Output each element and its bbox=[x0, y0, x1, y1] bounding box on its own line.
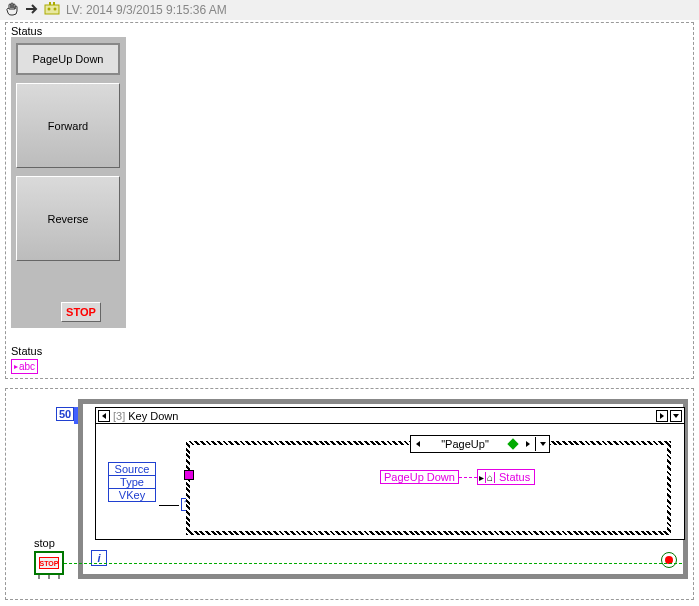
inner-case-dropdown-icon[interactable] bbox=[535, 437, 549, 451]
inner-case-next-icon[interactable] bbox=[521, 437, 535, 451]
string-indicator-icon[interactable]: ▸abc bbox=[11, 359, 38, 374]
case-prev-icon[interactable] bbox=[98, 410, 110, 422]
stop-node-icon: STOP bbox=[34, 551, 64, 575]
case-name: Key Down bbox=[128, 410, 656, 422]
svg-point-1 bbox=[48, 8, 51, 11]
default-case-icon bbox=[507, 438, 518, 449]
case-index: [3] bbox=[113, 410, 125, 422]
arrow-right-icon[interactable] bbox=[24, 1, 40, 19]
pageup-down-button[interactable]: PageUp Down bbox=[16, 43, 120, 75]
case-structure: "PageUp" PageUp Down ▸ ⌂ Status bbox=[186, 441, 671, 535]
toolbar: LV: 2014 9/3/2015 9:15:36 AM bbox=[0, 0, 699, 20]
boolean-wire bbox=[64, 563, 682, 564]
string-constant[interactable]: PageUp Down bbox=[380, 470, 459, 484]
string-write-group: PageUp Down ▸ ⌂ Status bbox=[380, 469, 535, 485]
write-arrow-icon: ▸ bbox=[478, 472, 486, 483]
svg-rect-4 bbox=[53, 2, 55, 5]
case-next-icon[interactable] bbox=[656, 410, 668, 422]
inner-case-name: "PageUp" bbox=[425, 438, 505, 450]
status-indicator-container: PageUp Down Forward Reverse STOP bbox=[11, 37, 126, 328]
local-var-name: Status bbox=[495, 471, 534, 483]
svg-point-2 bbox=[54, 8, 57, 11]
status-label: Status bbox=[11, 25, 131, 37]
svg-rect-3 bbox=[49, 2, 51, 5]
case-selector[interactable]: "PageUp" bbox=[410, 435, 550, 453]
front-panel: Status PageUp Down Forward Reverse STOP … bbox=[5, 22, 694, 379]
house-icon: ⌂ bbox=[486, 472, 495, 483]
while-loop: [3] Key Down Source Type VKey ? "PageUp" bbox=[78, 399, 688, 579]
status-string-label: Status bbox=[11, 345, 42, 357]
loop-stop-terminal[interactable] bbox=[661, 552, 677, 568]
window-title: LV: 2014 9/3/2015 9:15:36 AM bbox=[66, 3, 227, 17]
hand-icon[interactable] bbox=[4, 1, 20, 19]
local-variable[interactable]: ▸ ⌂ Status bbox=[477, 469, 535, 485]
reverse-button[interactable]: Reverse bbox=[16, 176, 120, 261]
forward-button[interactable]: Forward bbox=[16, 83, 120, 168]
event-field-type: Type bbox=[109, 476, 155, 489]
stop-control-terminal[interactable]: stop STOP bbox=[34, 537, 64, 579]
event-field-vkey: VKey bbox=[109, 489, 155, 501]
string-wire bbox=[459, 477, 477, 478]
case-dropdown-icon[interactable] bbox=[670, 410, 682, 422]
stop-label: stop bbox=[34, 537, 64, 549]
event-case-header[interactable]: [3] Key Down bbox=[96, 408, 684, 424]
event-structure: [3] Key Down Source Type VKey ? "PageUp" bbox=[95, 407, 685, 540]
event-data-cluster: Source Type VKey bbox=[108, 462, 156, 502]
tunnel-pink bbox=[184, 470, 194, 480]
wire bbox=[159, 505, 179, 506]
stop-button[interactable]: STOP bbox=[61, 302, 101, 322]
block-diagram: 50 [3] Key Down Source Type VKey ? " bbox=[5, 388, 694, 600]
wait-constant[interactable]: 50 bbox=[56, 407, 74, 421]
event-field-source: Source bbox=[109, 463, 155, 476]
inner-case-prev-icon[interactable] bbox=[411, 437, 425, 451]
highlight-exec-icon[interactable] bbox=[44, 1, 60, 19]
svg-rect-0 bbox=[45, 5, 59, 14]
